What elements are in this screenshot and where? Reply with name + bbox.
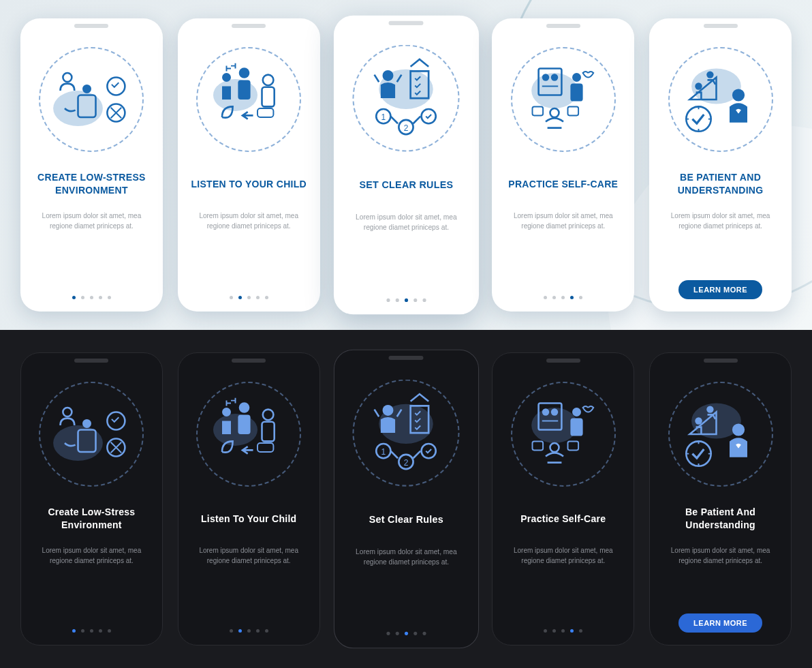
pagination-dot-5[interactable] bbox=[108, 296, 111, 299]
pagination-dot-2[interactable] bbox=[238, 629, 242, 633]
phone-notch bbox=[546, 359, 580, 363]
onboarding-card-3: 12Set Clear RulesLorem ipsum dolor sit a… bbox=[334, 350, 479, 649]
pagination-dots[interactable] bbox=[386, 299, 426, 302]
pagination-dot-3[interactable] bbox=[90, 629, 93, 633]
slide-description: Lorem ipsum dolor sit amet, mea regione … bbox=[501, 211, 625, 231]
svg-rect-47 bbox=[238, 414, 251, 434]
slide-description: Lorem ipsum dolor sit amet, mea regione … bbox=[343, 211, 469, 232]
svg-text:2: 2 bbox=[404, 123, 409, 133]
onboarding-card-4: Practice Self-CareLorem ipsum dolor sit … bbox=[492, 352, 634, 646]
onboarding-card-1: CREATE LOW-STRESS ENVIRONMENTLorem ipsum… bbox=[20, 18, 163, 312]
pagination-dot-3[interactable] bbox=[404, 632, 407, 635]
pagination-dots[interactable] bbox=[72, 296, 111, 299]
pagination-dot-1[interactable] bbox=[386, 632, 390, 635]
learn-more-button[interactable]: LEARN MORE bbox=[678, 613, 762, 633]
svg-rect-50 bbox=[257, 443, 273, 452]
patient-icon bbox=[670, 383, 772, 485]
pagination-dots[interactable] bbox=[544, 629, 582, 633]
pagination-dot-1[interactable] bbox=[230, 296, 233, 299]
svg-point-19 bbox=[399, 120, 413, 134]
pagination-dot-3[interactable] bbox=[404, 299, 407, 302]
svg-point-68 bbox=[695, 417, 702, 424]
pagination-dot-3[interactable] bbox=[561, 629, 565, 633]
slide-description: Lorem ipsum dolor sit amet, mea regione … bbox=[31, 545, 153, 566]
slide-title: Practice Self-Care bbox=[520, 506, 606, 532]
pagination-dot-2[interactable] bbox=[395, 299, 399, 302]
pagination-dot-3[interactable] bbox=[247, 629, 251, 633]
slide-title: Listen To Your Child bbox=[201, 506, 297, 532]
pagination-dot-2[interactable] bbox=[238, 296, 242, 299]
svg-point-1 bbox=[108, 78, 125, 95]
pagination-dots[interactable] bbox=[72, 629, 111, 633]
svg-point-38 bbox=[108, 439, 125, 457]
svg-point-32 bbox=[695, 82, 702, 89]
svg-point-5 bbox=[63, 73, 72, 82]
pagination-dot-2[interactable] bbox=[81, 296, 84, 299]
pagination-dots[interactable] bbox=[386, 632, 426, 635]
svg-point-8 bbox=[213, 79, 257, 111]
pagination-dot-4[interactable] bbox=[570, 296, 574, 299]
onboarding-card-2: LISTEN TO YOUR CHILDLorem ipsum dolor si… bbox=[178, 18, 320, 312]
pagination-dot-4[interactable] bbox=[413, 632, 417, 635]
svg-text:1: 1 bbox=[381, 447, 386, 457]
pagination-dot-5[interactable] bbox=[422, 632, 426, 635]
pagination-dot-5[interactable] bbox=[579, 629, 582, 633]
onboarding-card-1: Create Low-Stress EnvironmentLorem ipsum… bbox=[20, 352, 163, 646]
pagination-dot-1[interactable] bbox=[72, 296, 76, 299]
pagination-dot-2[interactable] bbox=[81, 629, 84, 633]
svg-point-55 bbox=[399, 455, 413, 469]
slide-title: Set Clear Rules bbox=[369, 506, 443, 532]
pagination-dot-2[interactable] bbox=[552, 629, 556, 633]
pagination-dot-5[interactable] bbox=[422, 299, 426, 302]
svg-line-4 bbox=[111, 108, 122, 119]
pagination-dot-1[interactable] bbox=[72, 629, 76, 633]
pagination-dot-3[interactable] bbox=[247, 296, 251, 299]
learn-more-button[interactable]: LEARN MORE bbox=[678, 280, 762, 299]
svg-rect-42 bbox=[78, 430, 96, 453]
pagination-dot-4[interactable] bbox=[256, 296, 260, 299]
pagination-dot-1[interactable] bbox=[386, 299, 390, 302]
slide-title: Be Patient And Understanding bbox=[659, 506, 781, 532]
pagination-dot-5[interactable] bbox=[265, 629, 268, 633]
pagination-dot-3[interactable] bbox=[561, 296, 565, 299]
svg-point-22 bbox=[531, 73, 578, 108]
pagination-dot-4[interactable] bbox=[570, 629, 574, 633]
onboarding-card-5: Be Patient And UnderstandingLorem ipsum … bbox=[649, 352, 792, 646]
pagination-dots[interactable] bbox=[544, 296, 582, 299]
svg-text:1: 1 bbox=[381, 112, 386, 122]
svg-rect-14 bbox=[257, 108, 273, 117]
phone-notch bbox=[74, 359, 108, 363]
slide-description: Lorem ipsum dolor sit amet, mea regione … bbox=[188, 545, 310, 566]
pagination-dots[interactable] bbox=[230, 296, 268, 299]
pagination-dot-1[interactable] bbox=[230, 629, 233, 633]
slide-description: Lorem ipsum dolor sit amet, mea regione … bbox=[30, 211, 153, 231]
pagination-dot-1[interactable] bbox=[544, 629, 547, 633]
pagination-dot-4[interactable] bbox=[413, 299, 417, 302]
pagination-dot-2[interactable] bbox=[395, 632, 399, 635]
pagination-dots[interactable] bbox=[230, 629, 268, 633]
svg-point-58 bbox=[531, 408, 578, 443]
slide-title: LISTEN TO YOUR CHILD bbox=[191, 171, 307, 197]
pagination-dot-2[interactable] bbox=[552, 296, 556, 299]
slide-title: BE PATIENT AND UNDERSTANDING bbox=[659, 171, 782, 197]
phone-notch bbox=[232, 24, 266, 28]
pagination-dot-1[interactable] bbox=[544, 296, 547, 299]
pagination-dot-4[interactable] bbox=[256, 629, 260, 633]
svg-line-3 bbox=[111, 108, 122, 119]
slide-title: PRACTICE SELF-CARE bbox=[508, 171, 618, 197]
pagination-dot-5[interactable] bbox=[108, 629, 111, 633]
svg-point-12 bbox=[263, 75, 274, 86]
phone-notch bbox=[74, 24, 108, 28]
svg-point-45 bbox=[222, 408, 231, 416]
pagination-dot-5[interactable] bbox=[265, 296, 268, 299]
patient-icon bbox=[670, 48, 772, 151]
svg-point-52 bbox=[383, 405, 394, 416]
svg-point-51 bbox=[379, 404, 433, 444]
phone-notch bbox=[704, 24, 738, 28]
pagination-dot-4[interactable] bbox=[99, 296, 102, 299]
pagination-dot-5[interactable] bbox=[579, 296, 582, 299]
slide-title: CREATE LOW-STRESS ENVIRONMENT bbox=[30, 171, 153, 197]
svg-point-70 bbox=[732, 423, 744, 436]
pagination-dot-3[interactable] bbox=[90, 296, 93, 299]
pagination-dot-4[interactable] bbox=[99, 629, 102, 633]
